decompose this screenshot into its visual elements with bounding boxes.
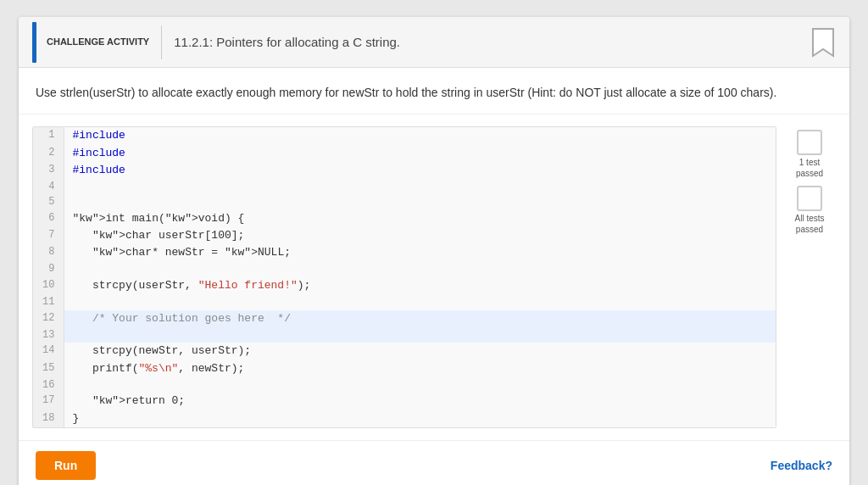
test2-label: All testspassed	[794, 213, 824, 235]
run-button[interactable]: Run	[36, 451, 96, 480]
table-row: 6"kw">int main("kw">void) {	[33, 210, 776, 227]
line-content: /* Your solution goes here */	[64, 310, 776, 327]
test1-badge: 1 testpassed	[796, 130, 823, 179]
line-content: "kw">int main("kw">void) {	[64, 210, 776, 227]
table-row: 15 printf("%s\n", newStr);	[33, 360, 776, 377]
line-number: 16	[33, 377, 64, 393]
line-number: 14	[33, 343, 64, 360]
line-content: #include	[64, 162, 776, 179]
table-row: 3#include	[33, 162, 776, 179]
header-title: 11.2.1: Pointers for allocating a C stri…	[174, 35, 400, 49]
line-content	[64, 179, 776, 195]
test2-badge: All testspassed	[794, 186, 824, 235]
line-number: 15	[33, 360, 64, 377]
table-row: 2#include	[33, 145, 776, 162]
line-number: 10	[33, 277, 64, 294]
table-row: 8 "kw">char* newStr = "kw">NULL;	[33, 244, 776, 261]
table-row: 18}	[33, 410, 776, 427]
blue-accent-bar	[32, 22, 36, 63]
line-content	[64, 194, 776, 210]
code-table: 1#include 2#include 3#include 456"kw">in…	[33, 127, 776, 426]
table-row: 5	[33, 194, 776, 210]
line-number: 9	[33, 261, 64, 277]
test2-box	[797, 186, 822, 211]
line-number: 18	[33, 410, 64, 427]
line-content	[64, 377, 776, 393]
bookmark-icon[interactable]	[810, 27, 836, 58]
table-row: 17 "kw">return 0;	[33, 393, 776, 410]
line-number: 5	[33, 194, 64, 210]
line-number: 1	[33, 127, 64, 144]
line-content: strcpy(userStr, "Hello friend!");	[64, 277, 776, 294]
line-content: "kw">char userStr[100];	[64, 227, 776, 244]
table-row: 16	[33, 377, 776, 393]
line-number: 2	[33, 145, 64, 162]
header: CHALLENGE ACTIVITY 11.2.1: Pointers for …	[19, 17, 849, 68]
line-content: "kw">char* newStr = "kw">NULL;	[64, 244, 776, 261]
table-row: 7 "kw">char userStr[100];	[33, 227, 776, 244]
line-content: }	[64, 410, 776, 427]
side-panel: 1 testpassed All testspassed	[776, 126, 836, 427]
line-content: strcpy(newStr, userStr);	[64, 343, 776, 360]
header-left: CHALLENGE ACTIVITY 11.2.1: Pointers for …	[32, 22, 400, 63]
line-number: 3	[33, 162, 64, 179]
code-editor[interactable]: 1#include 2#include 3#include 456"kw">in…	[32, 126, 776, 427]
line-number: 8	[33, 244, 64, 261]
challenge-activity-label: CHALLENGE ACTIVITY	[47, 36, 149, 47]
table-row: 4	[33, 179, 776, 195]
table-row: 11	[33, 294, 776, 310]
line-number: 12	[33, 310, 64, 327]
line-content: printf("%s\n", newStr);	[64, 360, 776, 377]
line-content: "kw">return 0;	[64, 393, 776, 410]
line-content	[64, 327, 776, 343]
footer: Run Feedback?	[19, 440, 849, 485]
table-row: 13	[33, 327, 776, 343]
line-number: 11	[33, 294, 64, 310]
line-content: #include	[64, 145, 776, 162]
instruction-text: Use strlen(userStr) to allocate exactly …	[19, 68, 849, 114]
table-row: 12 /* Your solution goes here */	[33, 310, 776, 327]
line-number: 7	[33, 227, 64, 244]
line-content	[64, 294, 776, 310]
line-number: 6	[33, 210, 64, 227]
line-content	[64, 261, 776, 277]
test1-label: 1 testpassed	[796, 157, 823, 179]
test1-box	[797, 130, 822, 155]
code-section: 1#include 2#include 3#include 456"kw">in…	[19, 114, 849, 439]
table-row: 1#include	[33, 127, 776, 144]
table-row: 10 strcpy(userStr, "Hello friend!");	[33, 277, 776, 294]
header-divider	[161, 25, 162, 59]
table-row: 14 strcpy(newStr, userStr);	[33, 343, 776, 360]
table-row: 9	[33, 261, 776, 277]
line-number: 4	[33, 179, 64, 195]
line-number: 13	[33, 327, 64, 343]
feedback-link[interactable]: Feedback?	[771, 459, 832, 472]
main-card: CHALLENGE ACTIVITY 11.2.1: Pointers for …	[19, 17, 849, 485]
line-number: 17	[33, 393, 64, 410]
line-content: #include	[64, 127, 776, 144]
